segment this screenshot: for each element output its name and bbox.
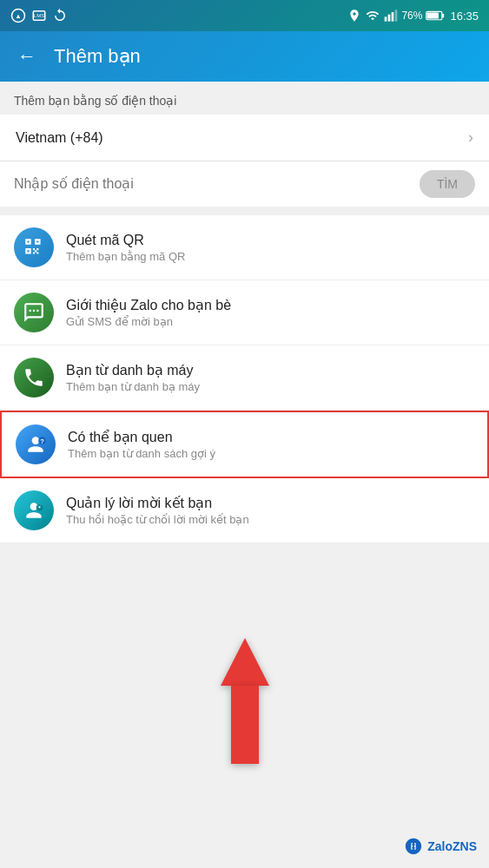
menu-item-suggestions[interactable]: ? Có thể bạn quen Thêm bạn từ danh sách … — [0, 411, 489, 478]
arrow-up-head — [221, 638, 269, 686]
search-button[interactable]: TÌM — [420, 170, 475, 198]
manage-icon-circle — [14, 490, 54, 530]
country-row[interactable]: Vietnam (+84) › — [0, 115, 489, 161]
phone-input-row: TÌM — [0, 161, 489, 207]
status-bar: ▲ LMS 76% 16:35 — [0, 0, 489, 31]
suggestions-icon-circle: ? — [16, 424, 56, 464]
qr-code-icon — [23, 236, 45, 259]
top-bar: ← Thêm bạn — [0, 31, 489, 82]
contacts-item-text: Bạn từ danh bạ máy Thêm bạn từ danh bạ m… — [66, 362, 475, 393]
content-area: Thêm bạn bằng số điện thoại Vietnam (+84… — [0, 82, 489, 868]
back-button[interactable]: ← — [14, 42, 40, 71]
svg-text:▲: ▲ — [15, 12, 21, 20]
qr-icon-circle — [14, 227, 54, 267]
battery-percent: 76% — [401, 10, 422, 22]
phone-icon — [23, 366, 45, 389]
person-question-icon: ? — [24, 433, 47, 456]
sms-subtitle: Gửi SMS để mời bạn — [66, 315, 475, 328]
chevron-right-icon: › — [468, 128, 473, 147]
svg-rect-6 — [392, 12, 394, 22]
wifi-icon — [365, 9, 380, 23]
menu-item-sms[interactable]: Giới thiệu Zalo cho bạn bè Gửi SMS để mờ… — [0, 280, 489, 345]
svg-rect-5 — [388, 15, 391, 22]
sms-icon-circle — [14, 293, 54, 332]
suggestions-subtitle: Thêm bạn từ danh sách gợi ý — [68, 447, 473, 460]
sms-item-text: Giới thiệu Zalo cho bạn bè Gửi SMS để mờ… — [66, 297, 475, 328]
qr-subtitle: Thêm bạn bằng mã QR — [66, 250, 475, 263]
alarm-icon — [347, 9, 361, 23]
manage-subtitle: Thu hồi hoặc từ chối lời mời kết bạn — [66, 513, 475, 526]
phone-input[interactable] — [14, 176, 411, 192]
contacts-title: Bạn từ danh bạ máy — [66, 362, 475, 378]
svg-rect-7 — [395, 10, 398, 21]
suggestions-title: Có thể bạn quen — [68, 429, 473, 445]
manage-title: Quản lý lời mời kết bạn — [66, 495, 475, 511]
svg-rect-9 — [442, 14, 444, 18]
arrow-shaft — [231, 686, 259, 764]
sms-icon — [23, 301, 45, 324]
suggestions-item-text: Có thể bạn quen Thêm bạn từ danh sách gợ… — [68, 429, 473, 460]
menu-item-contacts[interactable]: Bạn từ danh bạ máy Thêm bạn từ danh bạ m… — [0, 345, 489, 411]
country-text: Vietnam (+84) — [16, 130, 103, 146]
menu-item-qr[interactable]: Quét mã QR Thêm bạn bằng mã QR — [0, 215, 489, 280]
svg-rect-4 — [385, 16, 387, 21]
menu-list: Quét mã QR Thêm bạn bằng mã QR Giới thiệ… — [0, 215, 489, 543]
svg-text:LMS: LMS — [34, 13, 44, 18]
qr-title: Quét mã QR — [66, 233, 475, 248]
manage-item-text: Quản lý lời mời kết bạn Thu hồi hoặc từ … — [66, 495, 475, 526]
signal-icon — [384, 9, 398, 23]
page-title: Thêm bạn — [54, 45, 141, 68]
menu-item-manage[interactable]: Quản lý lời mời kết bạn Thu hồi hoặc từ … — [0, 478, 489, 543]
contacts-subtitle: Thêm bạn từ danh bạ máy — [66, 380, 475, 393]
qr-item-text: Quét mã QR Thêm bạn bằng mã QR — [66, 233, 475, 263]
watermark: ZaloZNS — [404, 837, 477, 856]
battery-icon — [426, 10, 445, 22]
svg-text:?: ? — [40, 437, 44, 445]
contacts-icon-circle — [14, 358, 54, 398]
watermark-text: ZaloZNS — [427, 839, 477, 853]
time-display: 16:35 — [450, 10, 479, 23]
refresh-icon — [52, 8, 68, 23]
status-bar-right: 76% 16:35 — [347, 9, 479, 23]
status-bar-left: ▲ LMS — [10, 8, 68, 23]
zalo-logo-icon — [404, 837, 423, 856]
section-label: Thêm bạn bằng số điện thoại — [0, 82, 489, 115]
person-gear-icon — [23, 499, 45, 522]
svg-rect-10 — [427, 12, 439, 18]
sms-title: Giới thiệu Zalo cho bạn bè — [66, 297, 475, 313]
lms-icon: LMS — [31, 8, 47, 23]
arrow-indicator — [221, 638, 269, 764]
notification-icon: ▲ — [10, 8, 26, 23]
